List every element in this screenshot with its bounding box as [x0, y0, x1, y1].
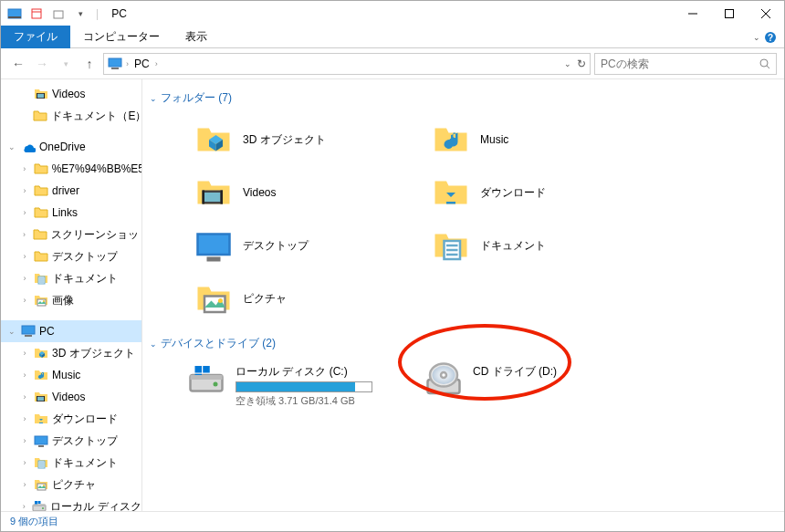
address-dropdown-icon[interactable]: ⌄	[564, 59, 571, 68]
up-button[interactable]: ↑	[79, 54, 99, 74]
folder-item[interactable]: ピクチャ	[192, 272, 429, 325]
expand-icon[interactable]: ›	[19, 458, 30, 467]
expand-icon[interactable]: ›	[19, 349, 30, 358]
tree-item[interactable]: ›スクリーンショット	[1, 224, 141, 245]
folder-label: Music	[480, 133, 508, 146]
folder-item[interactable]: 3D オブジェクト	[192, 113, 429, 166]
svg-point-56	[218, 298, 223, 303]
svg-point-41	[42, 507, 44, 509]
hdd-icon	[188, 364, 225, 395]
tree-item[interactable]: ›driver	[1, 180, 141, 202]
folder-icon	[33, 227, 47, 242]
breadcrumb-arrow[interactable]: ›	[155, 59, 158, 68]
tree-item-label: ドキュメント	[52, 455, 118, 471]
expand-icon[interactable]: ›	[19, 392, 30, 402]
svg-rect-40	[33, 505, 46, 506]
tree-item[interactable]: ⌄OneDrive	[1, 136, 141, 158]
svg-rect-42	[35, 501, 37, 504]
refresh-icon[interactable]: ↻	[577, 57, 586, 70]
qat-properties-icon[interactable]	[26, 4, 47, 24]
recent-dropdown[interactable]: ▾	[56, 54, 76, 74]
tree-item[interactable]: ›ドキュメント	[1, 267, 141, 289]
downloads-icon	[34, 412, 48, 426]
expand-icon[interactable]: ›	[19, 480, 30, 489]
expand-icon[interactable]: ⌄	[6, 327, 17, 336]
close-button[interactable]	[748, 1, 784, 26]
back-button[interactable]: ←	[8, 54, 28, 74]
help-icon[interactable]: ?	[764, 31, 777, 44]
forward-button[interactable]: →	[32, 54, 52, 74]
maximize-button[interactable]	[711, 1, 748, 26]
folder-item[interactable]: ダウンロード	[429, 166, 666, 219]
minimize-button[interactable]	[675, 1, 711, 26]
search-icon[interactable]	[759, 58, 770, 69]
svg-rect-58	[191, 375, 223, 380]
address-bar[interactable]: › PC › ⌄ ↻	[103, 53, 591, 75]
tree-item[interactable]: ›ダウンロード	[1, 408, 141, 430]
tree-item-label: デスクトップ	[52, 433, 118, 449]
svg-rect-47	[203, 191, 205, 204]
expand-icon[interactable]: ⌄	[6, 142, 17, 151]
drive-item[interactable]: ローカル ディスク (C:)空き領域 3.71 GB/31.4 GB	[183, 359, 402, 413]
tree-item-label: driver	[52, 184, 79, 197]
pictures-icon	[195, 280, 232, 317]
tree-item-label: デスクトップ	[52, 249, 118, 265]
svg-rect-4	[54, 11, 63, 18]
documents-icon	[34, 455, 48, 470]
tree-item[interactable]: ›デスクトップ	[1, 245, 141, 267]
breadcrumb-arrow[interactable]: ›	[126, 59, 129, 68]
folder-item[interactable]: Music	[429, 113, 666, 166]
tree-item[interactable]: ⌄PC	[1, 320, 141, 342]
search-input[interactable]	[601, 57, 759, 70]
group-header-folders[interactable]: ⌄フォルダー (7)	[146, 87, 780, 113]
music-icon	[433, 121, 469, 158]
folder-item[interactable]: Videos	[192, 166, 429, 219]
expand-icon[interactable]: ›	[19, 414, 30, 423]
tree-item[interactable]: ›画像	[1, 289, 141, 311]
qat-new-folder-icon[interactable]	[48, 4, 68, 24]
ribbon-expand-icon[interactable]: ⌄	[753, 33, 760, 42]
tree-item[interactable]: ›%E7%94%BB%E5	[1, 158, 141, 180]
tree-item[interactable]: ›ピクチャ	[1, 474, 141, 495]
tree-item[interactable]: Videos	[1, 83, 141, 105]
tree-item-label: %E7%94%BB%E5	[52, 162, 141, 175]
svg-point-59	[214, 382, 218, 387]
tree-item-label: Links	[52, 206, 78, 219]
tree-item-label: ダウンロード	[52, 412, 118, 427]
expand-icon[interactable]: ›	[19, 296, 30, 305]
tree-item[interactable]: ドキュメント（E）	[1, 105, 141, 127]
expand-icon[interactable]: ›	[19, 230, 29, 239]
expand-icon[interactable]: ›	[19, 436, 30, 445]
expand-icon[interactable]: ›	[19, 502, 28, 511]
folder-icon	[34, 162, 48, 176]
tree-item[interactable]: ›Videos	[1, 386, 141, 408]
expand-icon[interactable]: ›	[19, 186, 30, 195]
tree-item[interactable]: ›ドキュメント	[1, 452, 141, 474]
tree-item[interactable]: ›3D オブジェクト	[1, 342, 141, 364]
expand-icon[interactable]: ›	[19, 370, 30, 380]
folder-item[interactable]: ドキュメント	[429, 219, 666, 272]
expand-icon[interactable]: ›	[19, 274, 30, 283]
tree-item[interactable]: ›Links	[1, 202, 141, 224]
tree-item[interactable]: ›デスクトップ	[1, 430, 141, 452]
tree-item-label: Music	[52, 369, 80, 381]
tab-file[interactable]: ファイル	[1, 26, 70, 48]
pictures-icon	[34, 293, 48, 308]
drive-item[interactable]: CD ドライブ (D:)	[420, 359, 639, 413]
chevron-down-icon: ⌄	[150, 339, 157, 349]
system-menu-icon[interactable]	[5, 4, 25, 24]
tab-computer[interactable]: コンピューター	[70, 26, 173, 48]
breadcrumb-pc[interactable]: PC	[132, 57, 152, 70]
svg-rect-16	[37, 94, 44, 98]
tree-item[interactable]: ›ローカル ディスク (C	[1, 495, 141, 511]
tree-item[interactable]: ›Music	[1, 364, 141, 386]
expand-icon[interactable]: ›	[19, 252, 30, 261]
expand-icon[interactable]: ›	[19, 164, 30, 173]
svg-rect-62	[195, 374, 203, 375]
search-box[interactable]	[594, 53, 777, 75]
tab-view[interactable]: 表示	[173, 26, 220, 48]
qat-dropdown-icon[interactable]: ▾	[70, 4, 90, 24]
expand-icon[interactable]: ›	[19, 208, 30, 217]
group-header-drives[interactable]: ⌄デバイスとドライブ (2)	[146, 332, 780, 359]
folder-item[interactable]: ☁デスクトップ	[192, 219, 429, 272]
